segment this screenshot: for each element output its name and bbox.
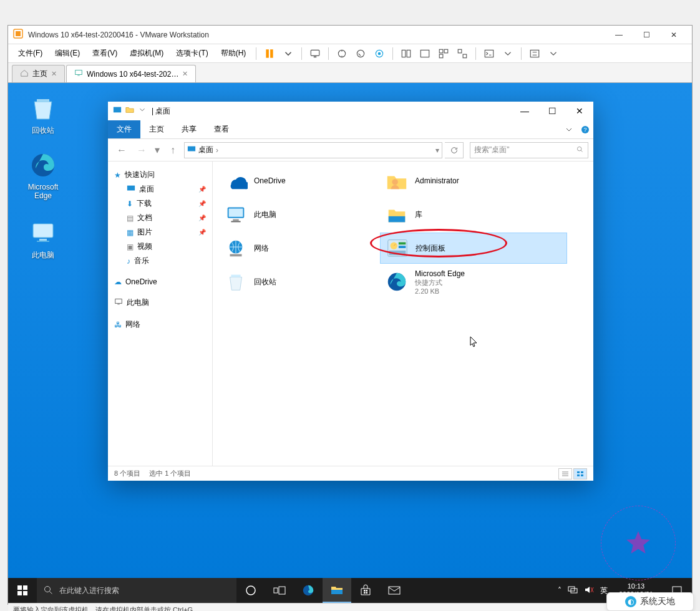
item-edge[interactable]: Microsoft Edge 快捷方式 2.20 KB [380,266,535,297]
sidebar-videos[interactable]: ▣视频 [112,239,208,254]
nav-recent-dropdown[interactable]: ▾ [153,142,162,159]
item-label: 回收站 [254,277,276,287]
svg-rect-14 [444,49,448,53]
pause-vm-button[interactable] [261,46,278,61]
sidebar-quick-access[interactable]: ★快速访问 [112,168,208,182]
tab-vm[interactable]: Windows 10 x64-test-202… ✕ [66,65,196,82]
sidebar-this-pc[interactable]: 此电脑 [112,296,208,310]
taskbar-mail[interactable] [380,578,409,603]
start-button[interactable] [8,578,37,603]
snapshot-manager-button[interactable] [371,46,387,61]
taskbar-cortana[interactable] [236,578,265,603]
ribbon-tab-file[interactable]: 文件 [108,120,140,138]
svg-rect-46 [389,251,406,256]
nav-up-button[interactable]: ↑ [164,142,182,159]
taskbar-taskview[interactable] [265,578,294,603]
console-button[interactable] [481,46,497,61]
title-sep: | [152,107,153,115]
sidebar-pictures[interactable]: ▦图片📌 [112,225,208,239]
menu-tabs[interactable]: 选项卡(T) [171,46,213,61]
tile-button[interactable] [435,46,452,61]
mouse-cursor-icon [470,336,479,349]
document-icon: ▤ [127,214,134,223]
tray-volume-icon[interactable] [584,585,594,596]
ribbon-tab-share[interactable]: 共享 [173,120,205,138]
view-icons-button[interactable] [573,468,587,479]
fullscreen-button[interactable] [527,46,543,61]
address-path[interactable]: 桌面 › ▾ [184,142,442,158]
qat-dropdown-icon[interactable] [138,105,147,117]
svg-rect-23 [33,224,53,238]
svg-rect-12 [421,50,430,57]
svg-rect-51 [577,474,580,476]
search-placeholder: 搜索"桌面" [474,145,510,155]
svg-rect-13 [440,49,444,53]
nav-back-button[interactable]: ← [113,142,130,159]
sidebar-network[interactable]: 🖧网络 [112,317,208,332]
pin-icon: 📌 [198,186,206,193]
sidebar-desktop[interactable]: 桌面📌 [112,182,208,196]
ribbon-tab-home[interactable]: 主页 [140,120,173,138]
vm-desktop[interactable]: 回收站 MicrosoftEdge 此电脑 | 桌面 — ☐ ✕ [8,83,692,603]
item-network[interactable]: 网络 [219,233,374,264]
menu-vm[interactable]: 虚拟机(M) [125,46,168,61]
explorer-content[interactable]: OneDrive Administrator 此电脑 库 [213,161,593,466]
sidebar-music[interactable]: ♪音乐 [112,254,208,268]
path-dropdown-icon[interactable]: ▾ [435,146,439,155]
send-ctrl-alt-del-button[interactable] [307,46,323,61]
tray-chevron-up-icon[interactable]: ˄ [558,586,561,595]
taskbar-explorer[interactable] [323,578,351,603]
menu-edit[interactable]: 编辑(E) [50,46,85,61]
snapshot-button[interactable] [334,46,350,61]
nav-forward-button[interactable]: → [133,142,150,159]
item-this-pc[interactable]: 此电脑 [219,199,374,230]
vmware-title: Windows 10 x64-test-20200416 - VMware Wo… [28,31,601,39]
sidebar-onedrive[interactable]: ☁OneDrive [112,276,208,288]
unity-button[interactable] [398,46,414,61]
taskbar-store[interactable] [351,578,380,603]
explorer-maximize-button[interactable]: ☐ [538,102,566,120]
menu-file[interactable]: 文件(F) [13,46,47,61]
svg-point-57 [45,586,51,592]
edge-icon [385,270,409,294]
menu-help[interactable]: 帮助(H) [216,46,251,61]
svg-rect-32 [115,299,122,304]
svg-rect-36 [229,209,243,217]
snapshot-revert-button[interactable] [352,46,369,61]
toolbar-dropdown-icon[interactable] [280,46,296,61]
stretch-button[interactable] [454,46,470,61]
sidebar-downloads[interactable]: ⬇下载📌 [112,196,208,211]
item-administrator[interactable]: Administrator [380,165,535,196]
item-recycle-bin[interactable]: 回收站 [219,266,374,297]
help-icon[interactable]: ? [577,122,593,138]
vmware-minimize-button[interactable]: — [606,26,632,44]
vmware-close-button[interactable]: ✕ [661,26,687,44]
search-input[interactable]: 搜索"桌面" [470,142,588,158]
ribbon-tab-view[interactable]: 查看 [205,120,238,138]
explorer-minimize-button[interactable]: — [511,102,538,120]
taskbar-edge[interactable] [294,578,323,603]
tab-home[interactable]: 主页 ✕ [12,65,65,82]
fullscreen-dropdown-icon[interactable] [545,46,561,61]
item-control-panel[interactable]: 控制面板 [380,233,567,264]
desktop-edge[interactable]: MicrosoftEdge [19,150,67,200]
item-libraries[interactable]: 库 [380,199,535,230]
desktop-this-pc[interactable]: 此电脑 [19,218,67,261]
computer-icon [114,297,123,308]
view-details-button[interactable] [558,468,572,479]
tray-network-icon[interactable] [568,585,578,596]
console-dropdown-icon[interactable] [500,46,516,61]
close-icon[interactable]: ✕ [182,70,188,78]
taskbar-search[interactable]: 在此键入进行搜索 [37,578,236,603]
desktop-recycle-bin[interactable]: 回收站 [19,93,67,136]
menu-view[interactable]: 查看(V) [87,46,122,61]
close-icon[interactable]: ✕ [51,70,57,78]
sidebar-documents[interactable]: ▤文档📌 [112,211,208,225]
ribbon-expand-icon[interactable] [561,122,577,138]
item-onedrive[interactable]: OneDrive [219,165,374,196]
explorer-close-button[interactable]: ✕ [566,102,593,120]
thumbnail-button[interactable] [417,46,433,61]
vmware-maximize-button[interactable]: ☐ [633,26,659,44]
refresh-button[interactable] [445,142,464,158]
svg-rect-4 [311,50,320,55]
